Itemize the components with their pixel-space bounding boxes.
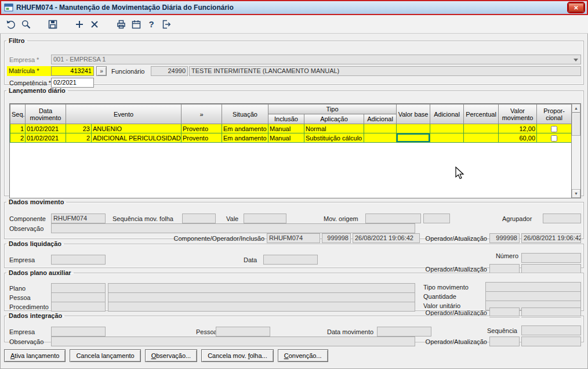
proporcional-checkbox[interactable] <box>551 135 557 142</box>
liq-numero-label: Número <box>472 252 518 260</box>
dados-integracao-legend: Dados integração <box>6 312 64 319</box>
cancela-mov-folha-button[interactable]: Cancela mov. folha... <box>201 349 274 362</box>
svg-text:?: ? <box>148 19 154 29</box>
close-icon: ✕ <box>574 5 578 11</box>
col-valor-base: Valor base <box>397 104 430 124</box>
undo-button[interactable] <box>3 17 19 32</box>
browse-empty-area[interactable] <box>10 143 572 198</box>
col-inclusao: Inclusão <box>268 114 304 124</box>
cell-valor-base-focused[interactable] <box>397 133 430 143</box>
dados-movimento-legend: Dados movimento <box>6 198 66 205</box>
cell-natureza[interactable]: Provento <box>182 124 222 133</box>
scroll-up-icon: ▲ <box>574 106 578 110</box>
cell-situacao[interactable]: Em andamento <box>222 133 268 143</box>
col-aplicacao: Aplicação <box>304 114 364 124</box>
cell-data-movimento[interactable]: 01/02/2021 <box>26 133 66 143</box>
cell-inclusao[interactable]: Manual <box>268 124 304 133</box>
dados-plano-auxiliar-group: Dados plano auxiliar Plano Pessoa Proced… <box>4 269 584 311</box>
cell-seq[interactable]: 2 <box>10 133 26 143</box>
matricula-label: Matrícula * <box>7 66 51 76</box>
cell-aplicacao[interactable]: Substituição cálculo <box>304 133 364 143</box>
proporcional-checkbox[interactable] <box>551 126 557 132</box>
dados-movimento-group: Dados movimento Componente RHUFM074 Sequ… <box>4 198 584 239</box>
cell-adicional[interactable] <box>364 124 397 133</box>
vertical-scrollbar[interactable]: ▲ ▼ <box>571 104 580 198</box>
componente-field: RHUFM074 <box>51 214 106 223</box>
observacao-field <box>51 223 415 233</box>
competencia-input[interactable]: 02/2021 <box>51 78 94 88</box>
help-button[interactable]: ? <box>144 17 159 32</box>
cell-evento-descricao[interactable]: ADICIONAL PERICULOSIDADE <box>92 133 182 143</box>
search-button[interactable] <box>19 17 34 32</box>
scroll-thumb[interactable] <box>572 113 580 136</box>
plano-field <box>51 283 106 293</box>
cell-valor-movimento[interactable]: 60,00 <box>499 133 537 143</box>
ativa-lancamento-button[interactable]: Ativa lançamento <box>4 349 66 362</box>
scroll-up-button[interactable]: ▲ <box>572 104 580 113</box>
cancela-lancamento-button[interactable]: Cancela lançamento <box>70 349 140 362</box>
add-icon <box>74 19 85 30</box>
cell-valor-movimento[interactable]: 12,00 <box>499 124 537 133</box>
scroll-down-button[interactable]: ▼ <box>572 189 580 198</box>
help-icon: ? <box>146 19 157 30</box>
int-operador-atualizacao-label: Operador/Atualização <box>420 338 487 346</box>
cell-percentual[interactable] <box>464 124 499 133</box>
vale-label: Vale <box>226 215 238 223</box>
print-button[interactable] <box>114 17 129 32</box>
delete-button[interactable] <box>87 17 102 32</box>
procedimento-descricao-field <box>108 302 415 312</box>
print-icon <box>115 19 127 30</box>
mov-origem-field-2 <box>423 214 450 223</box>
empresa-combo[interactable]: 001 - EMPRESA 1 <box>51 55 581 64</box>
save-button[interactable] <box>45 17 60 32</box>
int-data-movimento-label: Data movimento <box>327 328 373 336</box>
convencao-button[interactable]: Convenção... <box>278 349 328 362</box>
sequencia-mov-folha-field <box>182 214 216 223</box>
cell-situacao[interactable]: Em andamento <box>222 124 268 133</box>
footer-button-bar: Ativa lançamento Cancela lançamento Obse… <box>4 349 332 362</box>
toolbar-separator <box>60 24 72 24</box>
sequencia-mov-folha-label: Sequência mov. folha <box>112 215 173 223</box>
cell-inclusao[interactable]: Manual <box>268 133 304 143</box>
calendar-button[interactable] <box>129 17 144 32</box>
cell-aplicacao[interactable]: Normal <box>304 124 364 133</box>
browse-table-area: Seq. Data movimento Evento » Situação Ti… <box>10 104 571 198</box>
table-row: 2 01/02/2021 2 ADICIONAL PERICULOSIDADE … <box>10 133 572 143</box>
liq-data-field <box>263 255 318 265</box>
int-atualizacao-operador-field <box>489 337 520 346</box>
scroll-track[interactable] <box>572 136 580 189</box>
cell-evento-codigo[interactable]: 23 <box>66 124 92 133</box>
add-button[interactable] <box>72 17 87 32</box>
pessoa-descricao-field <box>108 292 415 302</box>
liq-empresa-field <box>51 255 106 265</box>
col-situacao: Situação <box>222 104 268 124</box>
dados-integracao-group: Dados integração Empresa Pessoa Data mov… <box>4 312 584 342</box>
col-proporcional: Propor-cional <box>537 104 571 124</box>
int-pessoa-label: Pessoa <box>196 328 217 336</box>
tipo-movimento-label: Tipo movimento <box>423 283 469 291</box>
observacao-label: Observação <box>9 225 43 233</box>
agrupador-label: Agrupador <box>502 215 532 223</box>
matricula-input[interactable]: 413241 <box>51 66 94 76</box>
funcionario-name-field: TESTE INTERMITENTE (LANCAMENTO MANUAL) <box>189 66 581 76</box>
cell-natureza[interactable]: Provento <box>182 133 222 143</box>
title-bar[interactable]: RHUFM074 - Manutenção de Movimentação Di… <box>0 0 588 15</box>
cell-data-movimento[interactable]: 01/02/2021 <box>26 124 66 133</box>
cell-evento-descricao[interactable]: ANUENIO <box>92 124 182 133</box>
componente-label: Componente <box>9 215 46 223</box>
close-button[interactable]: ✕ <box>568 3 584 12</box>
col-data-movimento: Data movimento <box>26 104 66 124</box>
cell-adicional-valor[interactable] <box>430 133 464 143</box>
cell-percentual[interactable] <box>464 133 499 143</box>
filtro-legend: Filtro <box>6 37 27 44</box>
zoom-button[interactable]: » <box>96 66 107 76</box>
toolbar-separator <box>102 24 114 24</box>
exit-button[interactable] <box>159 17 174 32</box>
cell-seq[interactable]: 1 <box>10 124 26 133</box>
cell-adicional[interactable] <box>364 133 397 143</box>
scroll-down-icon: ▼ <box>574 191 578 196</box>
observacao-button[interactable]: Observação... <box>145 349 197 362</box>
cell-valor-base[interactable] <box>397 124 430 133</box>
cell-evento-codigo[interactable]: 2 <box>66 133 92 143</box>
cell-adicional-valor[interactable] <box>430 124 464 133</box>
